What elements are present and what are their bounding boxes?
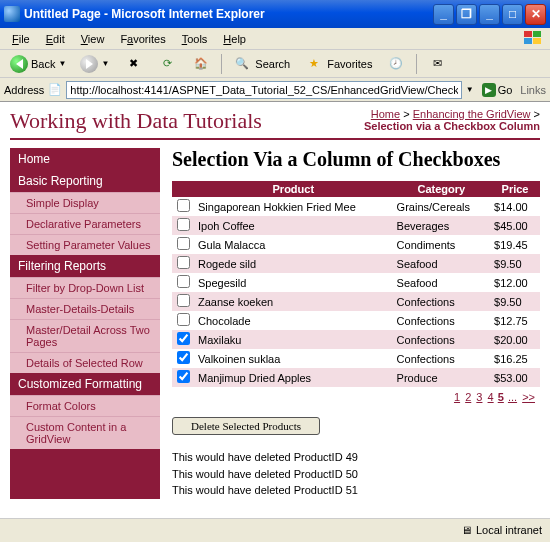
breadcrumb-current: Selection via a Checkbox Column <box>364 120 540 132</box>
row-checkbox[interactable] <box>177 370 190 383</box>
menu-help[interactable]: Help <box>217 31 252 47</box>
cell-product: Manjimup Dried Apples <box>194 368 393 387</box>
forward-arrow-icon <box>80 55 98 73</box>
nav-section[interactable]: Customized Formatting <box>10 373 160 395</box>
menu-file[interactable]: File <box>6 31 36 47</box>
cell-price: $12.00 <box>490 273 540 292</box>
nav-item[interactable]: Master-Details-Details <box>10 298 160 319</box>
nav-section[interactable]: Filtering Reports <box>10 255 160 277</box>
row-checkbox[interactable] <box>177 256 190 269</box>
cell-product: Gula Malacca <box>194 235 393 254</box>
go-button[interactable]: ▶Go <box>478 83 517 97</box>
row-checkbox[interactable] <box>177 351 190 364</box>
address-dropdown-icon[interactable]: ▼ <box>466 85 474 94</box>
row-checkbox[interactable] <box>177 199 190 212</box>
search-button[interactable]: 🔍Search <box>228 52 294 76</box>
row-checkbox[interactable] <box>177 313 190 326</box>
refresh-icon: ⟳ <box>157 54 177 74</box>
cell-price: $16.25 <box>490 349 540 368</box>
menu-tools[interactable]: Tools <box>176 31 214 47</box>
cell-category: Confections <box>393 349 490 368</box>
stop-icon: ✖ <box>123 54 143 74</box>
page-content: Working with Data Tutorials Home > Enhan… <box>0 102 550 518</box>
cell-category: Confections <box>393 292 490 311</box>
cell-product: Spegesild <box>194 273 393 292</box>
stop-button[interactable]: ✖ <box>119 52 147 76</box>
address-label: Address <box>4 84 44 96</box>
sidebar-nav: HomeBasic ReportingSimple DisplayDeclara… <box>10 148 160 499</box>
nav-item[interactable]: Filter by Drop-Down List <box>10 277 160 298</box>
menu-edit[interactable]: Edit <box>40 31 71 47</box>
zone-label: Local intranet <box>476 524 542 536</box>
address-bar: Address 📄 ▼ ▶Go Links <box>0 78 550 102</box>
nav-item[interactable]: Declarative Parameters <box>10 213 160 234</box>
pager-page[interactable]: 3 <box>476 391 482 403</box>
back-label: Back <box>31 58 55 70</box>
cell-category: Grains/Cereals <box>393 197 490 216</box>
message-line: This would have deleted ProductID 49 <box>172 449 540 466</box>
mail-icon: ✉ <box>427 54 447 74</box>
cell-category: Confections <box>393 330 490 349</box>
pager-next[interactable]: >> <box>522 391 535 403</box>
row-checkbox[interactable] <box>177 237 190 250</box>
page-heading: Selection Via a Column of Checkboxes <box>172 148 540 171</box>
minimize-button[interactable]: _ <box>433 4 454 25</box>
back-button[interactable]: Back ▼ <box>6 53 70 75</box>
row-checkbox[interactable] <box>177 275 190 288</box>
breadcrumb: Home > Enhancing the GridView > Selectio… <box>364 108 540 132</box>
breadcrumb-section[interactable]: Enhancing the GridView <box>413 108 531 120</box>
nav-section[interactable]: Home <box>10 148 160 170</box>
ie-icon <box>4 6 20 22</box>
pager-page[interactable]: 1 <box>454 391 460 403</box>
nav-item[interactable]: Details of Selected Row <box>10 352 160 373</box>
row-checkbox[interactable] <box>177 332 190 345</box>
minimize-button-2[interactable]: _ <box>479 4 500 25</box>
toolbar: Back ▼ ▼ ✖ ⟳ 🏠 🔍Search ★Favorites 🕗 ✉ <box>0 50 550 78</box>
cell-price: $9.50 <box>490 254 540 273</box>
table-row: Rogede sildSeafood$9.50 <box>172 254 540 273</box>
dropdown-icon: ▼ <box>101 59 109 68</box>
cell-category: Condiments <box>393 235 490 254</box>
separator <box>221 54 222 74</box>
breadcrumb-home[interactable]: Home <box>371 108 400 120</box>
nav-section[interactable]: Basic Reporting <box>10 170 160 192</box>
cell-price: $12.75 <box>490 311 540 330</box>
restore-button[interactable]: ❐ <box>456 4 477 25</box>
menu-view[interactable]: View <box>75 31 111 47</box>
pager: 1 2 3 4 5 ... >> <box>172 387 540 407</box>
windows-logo-icon <box>524 31 544 47</box>
nav-item[interactable]: Format Colors <box>10 395 160 416</box>
message-line: This would have deleted ProductID 50 <box>172 466 540 483</box>
history-button[interactable]: 🕗 <box>382 52 410 76</box>
message-line: This would have deleted ProductID 51 <box>172 482 540 499</box>
maximize-button[interactable]: □ <box>502 4 523 25</box>
home-icon: 🏠 <box>191 54 211 74</box>
delete-selected-button[interactable]: Delete Selected Products <box>172 417 320 435</box>
pager-more[interactable]: ... <box>508 391 517 403</box>
nav-item[interactable]: Simple Display <box>10 192 160 213</box>
nav-item[interactable]: Custom Content in a GridView <box>10 416 160 449</box>
forward-button[interactable]: ▼ <box>76 53 113 75</box>
mail-button[interactable]: ✉ <box>423 52 451 76</box>
address-input[interactable] <box>66 81 461 99</box>
dropdown-icon: ▼ <box>58 59 66 68</box>
favorites-button[interactable]: ★Favorites <box>300 52 376 76</box>
nav-item[interactable]: Setting Parameter Values <box>10 234 160 255</box>
pager-page[interactable]: 2 <box>465 391 471 403</box>
col-checkbox <box>172 181 194 197</box>
table-row: Valkoinen suklaaConfections$16.25 <box>172 349 540 368</box>
pager-page[interactable]: 4 <box>488 391 494 403</box>
home-button[interactable]: 🏠 <box>187 52 215 76</box>
col-price: Price <box>490 181 540 197</box>
nav-item[interactable]: Master/Detail Across Two Pages <box>10 319 160 352</box>
close-button[interactable]: ✕ <box>525 4 546 25</box>
svg-rect-2 <box>524 38 532 44</box>
links-label[interactable]: Links <box>520 84 546 96</box>
row-checkbox[interactable] <box>177 218 190 231</box>
menu-favorites[interactable]: Favorites <box>114 31 171 47</box>
table-row: Gula MalaccaCondiments$19.45 <box>172 235 540 254</box>
row-checkbox[interactable] <box>177 294 190 307</box>
cell-price: $20.00 <box>490 330 540 349</box>
back-arrow-icon <box>10 55 28 73</box>
refresh-button[interactable]: ⟳ <box>153 52 181 76</box>
